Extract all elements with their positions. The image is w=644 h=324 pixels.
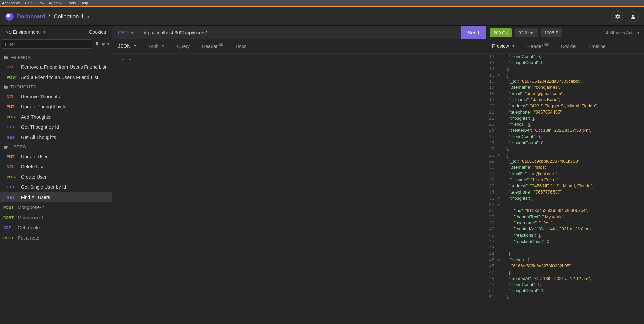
chevron-down-icon: ▼ [637, 31, 640, 35]
response-line: 28▾ { [486, 152, 644, 158]
response-line: 31 "email": "lilian@aol.com", [486, 171, 644, 177]
menu-edit[interactable]: Edit [25, 1, 32, 5]
response-line: 23 "friends": [], [486, 121, 644, 127]
chevron-down-icon: ▼ [87, 15, 90, 19]
breadcrumb-separator: / [48, 13, 50, 20]
tab-header[interactable]: Header1 [196, 39, 229, 53]
request-item[interactable]: POSTMongoose-2 [0, 202, 112, 212]
topbar: Dashboard / Collection-1 ▼ [0, 7, 644, 26]
response-time-chip: 32.2 ms [515, 28, 538, 37]
request-body-editor[interactable]: 1 ... [112, 54, 486, 324]
request-item[interactable]: POSTPut a note [0, 233, 112, 243]
gear-icon [615, 14, 621, 20]
tab-auth[interactable]: Auth▼ [143, 39, 171, 53]
request-item[interactable]: GETGet a note [0, 223, 112, 233]
cookies-link[interactable]: Cookies [89, 29, 106, 35]
request-item[interactable]: POSTAdd Thoughts [0, 112, 112, 122]
user-icon [630, 14, 636, 20]
status-code-chip: 200 OK [490, 28, 512, 37]
url-input[interactable]: http://localhost:3001/api/users/ [140, 30, 461, 35]
history-dropdown[interactable]: 4 Minutes Ago ▼ [606, 30, 640, 35]
menu-window[interactable]: Window [49, 1, 62, 5]
request-item[interactable]: GETFind All Users [0, 192, 112, 202]
folder-friends[interactable]: FRIENDS [0, 53, 112, 62]
tab-header[interactable]: Header7 [521, 39, 555, 53]
filter-input[interactable] [2, 39, 92, 49]
response-line: 13 "thoughtCount": 0 [486, 60, 644, 66]
response-line: 34 "telephone": "7657776587", [486, 189, 644, 195]
request-item[interactable]: POSTMongoose-1 [0, 212, 112, 223]
request-item[interactable]: GETGet Thought by Id [0, 122, 112, 132]
response-line: 43 } [486, 245, 644, 251]
sidebar: No Environment ▼ Cookies ⇅ ⊕▼ FRIENDSDEL… [0, 26, 112, 324]
environment-label: No Environment [5, 29, 39, 35]
editor-gutter: 1 [112, 54, 127, 324]
response-size-chip: 1906 B [541, 28, 562, 37]
request-tree: FRIENDSDELRemove a Friend from User's Fr… [0, 51, 112, 324]
chevron-down-icon: ▼ [43, 30, 46, 34]
response-line: 18 "email": "bond@gmail.com", [486, 90, 644, 97]
url-bar: GET ▼ http://localhost:3001/api/users/ S… [112, 26, 486, 39]
send-button[interactable]: Send [461, 26, 486, 39]
menubar: Application Edit View Window Tools Help [0, 0, 644, 6]
environment-selector[interactable]: No Environment ▼ [5, 29, 46, 35]
request-item[interactable]: GETGet All Thoughts [0, 132, 112, 142]
response-line: 47 ], [486, 269, 644, 276]
tab-timeline[interactable]: Timeline [582, 39, 611, 53]
response-line: 22 "thoughts": [], [486, 115, 644, 121]
editor-content: ... [127, 54, 133, 324]
menu-tools[interactable]: Tools [67, 1, 76, 5]
settings-button[interactable] [612, 11, 623, 22]
request-item[interactable]: DELDelete User [0, 162, 112, 172]
request-item[interactable]: GETGet Single User by Id [0, 182, 112, 192]
method-label: GET [118, 30, 128, 35]
response-line: 42 "reactionCount": 0 [486, 239, 644, 245]
request-item[interactable]: POSTAdd a Friend to an User's Friend Lis… [0, 72, 112, 82]
method-selector[interactable]: GET ▼ [112, 30, 140, 35]
response-line: 48 "createdAt": "Oct 13th, 2021 at 12:12… [486, 276, 644, 282]
tab-query[interactable]: Query [171, 39, 196, 53]
response-tabs: Preview▼Header7CookieTimeline [486, 39, 644, 54]
sort-button[interactable]: ⇅ [94, 42, 100, 46]
response-line: 27 }, [486, 146, 644, 152]
request-item[interactable]: PUTUpdate Thought by Id [0, 102, 112, 112]
app-logo-icon [5, 13, 14, 21]
folder-users[interactable]: USERS [0, 142, 112, 151]
chevron-down-icon: ▼ [130, 31, 134, 35]
response-line: 16 "_id": "616755420e21da37305cebb8", [486, 78, 644, 84]
response-line: 14 }, [486, 66, 644, 72]
response-line: 17 "username": "bondjames", [486, 84, 644, 90]
folder-thoughts[interactable]: THOUGHTS [0, 82, 112, 92]
response-line: 20 "address": "423 S Flagger St, Miami, … [486, 103, 644, 109]
tab-cookie[interactable]: Cookie [555, 39, 582, 53]
request-item[interactable]: DELRemove a Friend from User's Friend Li… [0, 62, 112, 72]
request-item[interactable]: POSTCreate User [0, 172, 112, 182]
response-panel: 200 OK 32.2 ms 1906 B 4 Minutes Ago ▼ Pr… [486, 26, 644, 324]
response-line: 29 "_id": "61665c9cbbf62337fb01b708", [486, 158, 644, 164]
response-line: 19 "fullname": "James Bond", [486, 97, 644, 103]
menu-application[interactable]: Application [2, 1, 20, 5]
response-line: 36▾ { [486, 202, 644, 208]
breadcrumb-collection[interactable]: Collection-1 ▼ [54, 13, 90, 20]
breadcrumb-dashboard[interactable]: Dashboard [17, 13, 45, 20]
menu-help[interactable]: Help [80, 1, 88, 5]
add-button[interactable]: ⊕▼ [102, 42, 108, 46]
response-line: 41 "reactions": [], [486, 232, 644, 238]
response-line: 40 "createdAt": "Oct 14th, 2021 at 21:8 … [486, 226, 644, 232]
response-line: 50 "thoughtCount": 1 [486, 288, 644, 294]
tab-docs[interactable]: Docs [229, 39, 253, 53]
request-item[interactable]: DELRemove Thoughts [0, 92, 112, 102]
response-body[interactable]: 12 "friendCount": 0,13 "thoughtCount": 0… [486, 54, 644, 324]
account-button[interactable] [628, 11, 639, 22]
response-line: 37 "_id": "6168d4a2e0b0e64c30d9b7b4", [486, 208, 644, 214]
tab-preview[interactable]: Preview▼ [486, 39, 521, 53]
request-panel: GET ▼ http://localhost:3001/api/users/ S… [112, 26, 486, 324]
tab-json[interactable]: JSON▼ [112, 39, 143, 53]
response-line: 25 "friendCount": 0, [486, 134, 644, 140]
breadcrumb-collection-label: Collection-1 [54, 13, 84, 20]
response-line: 12 "friendCount": 0, [486, 54, 644, 60]
response-line: 38 "thoughtText": " My world", [486, 214, 644, 220]
response-line: 51 }, [486, 294, 644, 300]
menu-view[interactable]: View [36, 1, 44, 5]
request-item[interactable]: PUTUpdate User [0, 151, 112, 162]
